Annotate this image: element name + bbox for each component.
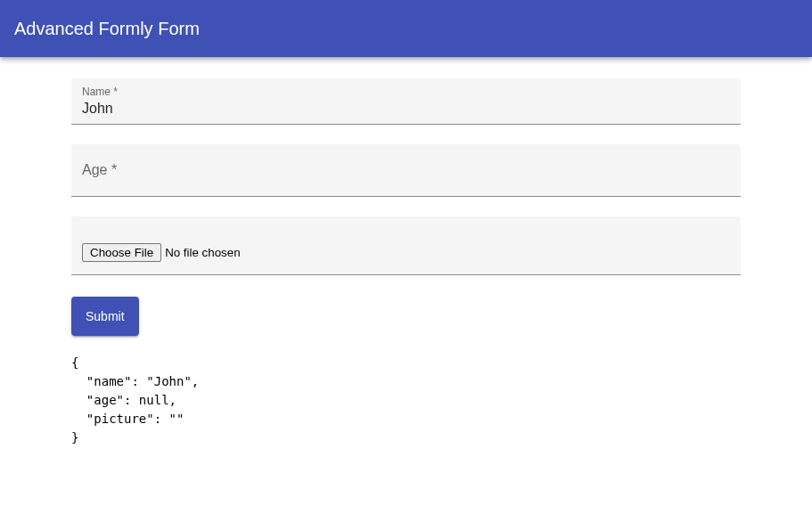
file-field-wrapper[interactable]: Choose File No file chosen: [71, 216, 741, 275]
choose-file-button[interactable]: Choose File: [82, 243, 161, 262]
name-input[interactable]: [82, 101, 730, 117]
age-label: Age *: [82, 162, 117, 177]
page-title: Advanced Formly Form: [14, 19, 200, 39]
app-toolbar: Advanced Formly Form: [0, 0, 812, 57]
file-status-text: No file chosen: [165, 246, 240, 259]
main-content: Name * Age * Choose File No file chosen …: [0, 57, 812, 469]
name-label: Name *: [82, 86, 118, 98]
submit-button[interactable]: Submit: [71, 297, 139, 336]
model-json-output: { "name": "John", "age": null, "picture"…: [71, 354, 741, 447]
name-field-wrapper[interactable]: Name *: [71, 78, 741, 125]
age-field-wrapper[interactable]: Age *: [71, 144, 741, 197]
